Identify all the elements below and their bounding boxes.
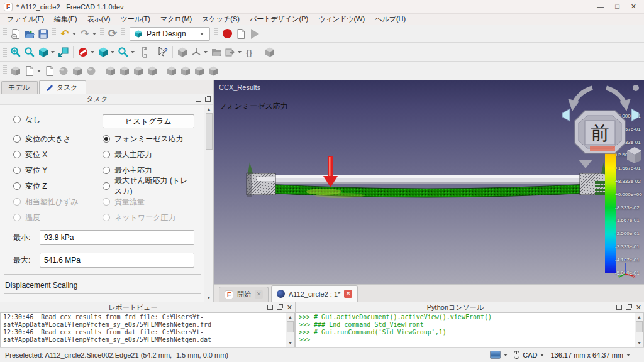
scroll-up-icon[interactable]: ▲ [205,105,213,113]
radio-mass-flow[interactable]: 質量流量 [103,197,194,207]
groove-button[interactable] [192,64,206,78]
unit-scheme-selector[interactable] [490,351,508,359]
shapebinder-button[interactable] [84,64,98,78]
tab-document-a112[interactable]: A112_circle2 : 1* ✕ [271,285,358,302]
macro-edit-button[interactable] [234,27,248,41]
view-isometric-button[interactable] [36,45,50,59]
histogram-button[interactable]: ヒストグラム [103,114,194,128]
menu-window[interactable]: ウィンドウ(W) [314,14,369,25]
zoom-selection-button[interactable] [23,45,36,59]
radio-min-principal[interactable]: 最小主応力 [103,165,194,175]
toolbar-grip[interactable] [3,28,7,40]
min-field[interactable]: 93.8 kPa [40,230,194,245]
part-boolean-button[interactable] [175,45,189,59]
datum-point-button[interactable] [9,64,23,78]
close-button[interactable]: ✕ [631,3,636,11]
zoom-dropdown[interactable] [131,51,135,53]
pan-left-icon[interactable] [562,109,570,121]
menu-partdesign[interactable]: パートデザイン(P) [245,14,313,25]
menu-file[interactable]: ファイル(F) [3,14,48,25]
close-dock-icon[interactable]: ✕ [636,304,641,310]
fem-model[interactable] [245,156,610,210]
pan-down-icon[interactable] [579,160,592,168]
float-dock-icon[interactable] [616,305,622,310]
sketch-map-button[interactable] [70,64,84,78]
sketch-dropdown[interactable] [37,70,41,72]
tab-tasks[interactable]: タスク [39,80,86,94]
group-button[interactable] [209,45,223,59]
whats-this-button[interactable] [156,45,170,59]
redo-dropdown[interactable] [92,33,96,35]
view-cube-button[interactable] [96,45,110,59]
toolbar-grip[interactable] [3,47,7,58]
python-scrollbar[interactable]: ▲▼ [635,313,643,347]
minimize-button[interactable]: — [597,3,604,11]
link-dropdown[interactable] [238,51,242,53]
scale-slider[interactable]: ◀ ▶ [47,302,194,302]
measure-button[interactable] [136,45,150,59]
toolbar-grip[interactable] [52,28,56,40]
radio-temperature[interactable]: 温度 [13,212,100,222]
menu-macro[interactable]: マクロ(M) [156,14,196,25]
radio-displacement-y[interactable]: 変位 Y [13,165,100,175]
redo-button[interactable]: ↷ [78,27,92,41]
rotate-arrows-icon[interactable] [569,85,639,111]
python-console-log[interactable]: >>> # Gui.activeDocument().activeView().… [296,313,635,347]
open-file-button[interactable] [23,27,36,41]
undock-icon[interactable] [277,305,282,310]
3d-viewport[interactable]: CCX_Results フォンミーゼス応力 [214,80,644,302]
close-document-tab-icon[interactable]: ✕ [344,290,352,298]
draw-style-button[interactable] [76,45,90,59]
radio-displacement-x[interactable]: 変位 X [13,150,100,160]
tab-start-page[interactable]: F 開始 ✕ [219,287,269,302]
pocket-button[interactable] [165,64,179,78]
datum-dropdown[interactable] [204,51,208,53]
draw-style-dropdown[interactable] [91,51,94,53]
undock-icon[interactable] [626,305,631,310]
radio-displacement-magnitude[interactable]: 変位の大きさ [13,134,100,144]
dimension-indicator[interactable]: 136.17 mm x 64.37 mm [550,351,630,359]
scroll-down-icon[interactable]: ▼ [205,293,213,302]
nav-style-selector[interactable]: CAD [514,351,544,359]
boolean-button[interactable] [206,64,220,78]
close-start-tab-icon[interactable]: ✕ [255,290,263,299]
view-cube-dropdown[interactable] [111,51,114,53]
radio-network-pressure[interactable]: ネットワーク圧力 [103,212,194,222]
menu-sketch[interactable]: スケッチ(S) [197,14,244,25]
report-scrollbar[interactable]: ▲▼ [286,313,294,347]
revolution-button[interactable] [118,64,131,78]
menu-tools[interactable]: ツール(T) [116,14,155,25]
workbench-selector[interactable]: Part Design [130,27,210,41]
maximize-button[interactable]: □ [615,3,619,11]
hole-button[interactable] [179,64,192,78]
menu-edit[interactable]: 編集(E) [50,14,82,25]
menu-view[interactable]: 表示(V) [83,14,115,25]
datum-button[interactable] [189,45,203,59]
task-panel-scrollbar[interactable]: ▲ ▼ [204,105,213,302]
menu-help[interactable]: ヘルプ(H) [370,14,410,25]
view-dropdown[interactable] [51,51,55,53]
sketch-validate-button[interactable] [57,64,70,78]
undo-dropdown[interactable] [72,33,76,35]
float-panel-icon[interactable] [196,97,201,102]
radio-max-shear[interactable]: 最大せん断応力 (トレスカ) [103,181,194,191]
save-button[interactable] [36,27,50,41]
radio-max-principal[interactable]: 最大主応力 [103,150,194,160]
radio-von-mises[interactable]: フォンミーゼス応力 [103,134,194,144]
float-dock-icon[interactable] [267,305,273,310]
mini-cube-icon[interactable] [627,147,641,163]
pipe-button[interactable] [145,64,159,78]
undo-button[interactable]: ↶ [58,27,72,41]
refresh-button[interactable]: ⟳ [106,27,119,41]
toolbar-grip[interactable] [214,28,218,40]
macro-execute-button[interactable] [248,27,262,41]
max-field[interactable]: 541.6 MPa [40,253,194,268]
radio-none[interactable]: なし [13,114,100,124]
loft-button[interactable] [131,64,145,78]
expression-button[interactable] [243,45,257,59]
link-button[interactable] [223,45,237,59]
close-dock-icon[interactable]: ✕ [287,304,292,310]
fit-all-button[interactable] [9,45,23,59]
sketch-edit-button[interactable] [43,64,57,78]
toolbar-grip[interactable] [3,65,7,77]
